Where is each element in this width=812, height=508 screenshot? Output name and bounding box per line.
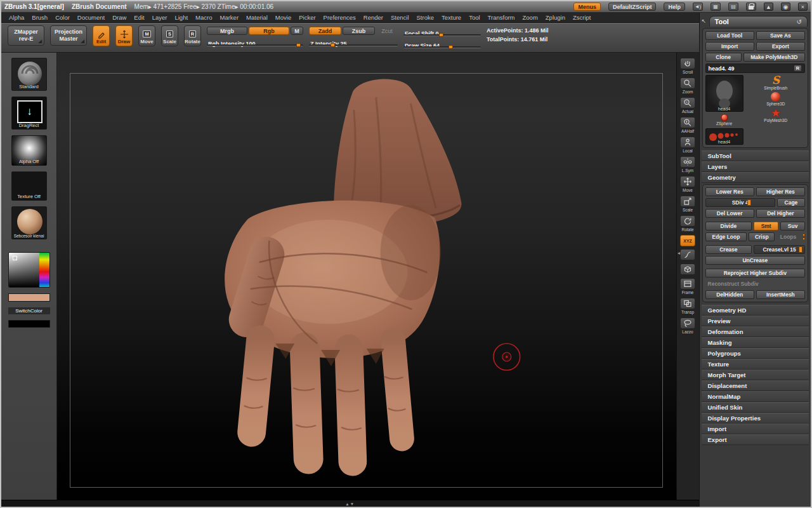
current-tool-namebar[interactable]: head4. 49 R	[705, 64, 805, 73]
section-display-properties[interactable]: Display Properties	[702, 413, 809, 424]
section-masking[interactable]: Masking	[702, 337, 809, 348]
menu-item-brush[interactable]: Brush	[28, 14, 51, 21]
tray-item-transp[interactable]: Transp	[678, 298, 697, 315]
hand-model[interactable]	[57, 53, 676, 500]
slider-knob[interactable]	[799, 246, 802, 253]
color-picker-sv-area[interactable]	[9, 253, 39, 287]
tray-collapse-arrows-icon[interactable]: ▲▼	[345, 502, 355, 506]
color-picker[interactable]	[8, 252, 50, 288]
panel-divider-icon[interactable]: ◄	[677, 251, 681, 255]
slider-knob[interactable]	[449, 45, 453, 49]
canvas[interactable]	[57, 53, 676, 500]
projection-master-button[interactable]: Projection Master ◢	[50, 25, 87, 46]
reproject-higher-subdiv-button[interactable]: Reproject Higher Subdiv	[705, 269, 805, 277]
zsphere-tool[interactable]: ZSphere	[705, 114, 743, 126]
del-lower-button[interactable]: Del Lower	[705, 209, 754, 218]
menu-item-preferences[interactable]: Preferences	[320, 14, 360, 21]
menu-item-render[interactable]: Render	[360, 14, 387, 21]
clone-button[interactable]: Clone	[705, 53, 742, 62]
zsphere-chain-thumbnail[interactable]: head4	[705, 128, 743, 145]
rgb-intensity-slider[interactable]: Rgb Intensity 100	[207, 37, 303, 47]
menu-item-transform[interactable]: Transform	[484, 14, 519, 21]
texture-picker[interactable]: Texture Off	[11, 171, 47, 201]
rotate-button[interactable]: R Rotate	[184, 25, 201, 46]
menu-item-layer[interactable]: Layer	[148, 14, 171, 21]
switch-color-label[interactable]: SwitchColor	[8, 307, 50, 314]
crease-button[interactable]: Crease	[705, 245, 752, 254]
zadd-button[interactable]: Zadd	[309, 27, 341, 35]
tray-item-frame[interactable]: Frame	[678, 278, 697, 295]
slider-knob[interactable]	[331, 43, 335, 47]
section-import[interactable]: Import	[702, 424, 809, 434]
lower-res-button[interactable]: Lower Res	[705, 187, 754, 196]
restore-button[interactable]: ◉	[781, 3, 790, 11]
section-polygroups[interactable]: Polygroups	[702, 348, 809, 359]
tray-item-lsym[interactable]: L.Sym	[678, 156, 697, 173]
section-normalmap[interactable]: NormalMap	[702, 391, 809, 402]
section-subtool[interactable]: SubTool	[702, 150, 809, 161]
menus-button[interactable]: Menus	[573, 3, 601, 11]
menu-item-marker[interactable]: Marker	[216, 14, 242, 21]
close-button[interactable]: ×	[798, 3, 808, 11]
section-geometry[interactable]: Geometry	[702, 172, 809, 183]
divide-button[interactable]: Divide	[705, 222, 752, 231]
stroke-picker[interactable]: ↓ DragRect	[11, 97, 47, 130]
tray-item-actual[interactable]: Actual	[678, 97, 697, 114]
tray-item-aahalf[interactable]: AAHalf	[678, 117, 697, 134]
section-geometry-hd[interactable]: Geometry HD	[702, 305, 809, 316]
polymesh3d-tool[interactable]: PolyMesh3D	[747, 108, 805, 123]
crisp-toggle[interactable]: Crisp	[749, 232, 775, 241]
draw-button[interactable]: Draw	[115, 25, 133, 46]
material-picker[interactable]: Sebcesoir kienai	[11, 206, 47, 239]
sdiv-slider[interactable]: SDiv 4	[705, 198, 775, 207]
slider-knob[interactable]	[747, 199, 751, 206]
move-button[interactable]: M Move	[138, 25, 155, 46]
menu-item-material[interactable]: Material	[242, 14, 272, 21]
speaker-icon[interactable]: ◄)	[693, 3, 703, 11]
section-morph-target[interactable]: Morph Target	[702, 370, 809, 380]
menu-item-zplugin[interactable]: Zplugin	[542, 14, 569, 21]
edit-button[interactable]: Edit	[93, 25, 110, 46]
z-intensity-slider[interactable]: Z Intensity 25	[309, 37, 398, 47]
export-button[interactable]: Export	[756, 42, 805, 51]
tray-item-local[interactable]: Local	[678, 137, 697, 154]
tray-item-rotate[interactable]: Rotate	[678, 215, 697, 232]
tool-palette-header[interactable]: Tool ↺	[709, 16, 808, 27]
tray-item-lazzo[interactable]: Lazzo	[678, 318, 697, 335]
zmapper-button[interactable]: ZMapper rev-E ◢	[8, 25, 44, 46]
make-polymesh3d-button[interactable]: Make PolyMesh3D	[743, 53, 805, 62]
tray-item-cube[interactable]	[678, 264, 697, 276]
tray-item-scroll[interactable]: Scroll	[678, 58, 697, 75]
draw-size-slider[interactable]: Draw Size 64	[403, 39, 481, 49]
section-preview[interactable]: Preview	[702, 316, 809, 326]
zcut-button[interactable]: Zcut	[376, 27, 398, 35]
tray-item-move[interactable]: Move	[678, 176, 697, 193]
tray-item-zoom[interactable]: Zoom	[678, 77, 697, 95]
section-unified-skin[interactable]: Unified Skin	[702, 402, 809, 413]
menu-item-stroke[interactable]: Stroke	[413, 14, 438, 21]
insert-mesh-button[interactable]: InsertMesh	[756, 290, 805, 299]
simplebrush-tool[interactable]: S SimpleBrush	[747, 75, 805, 91]
section-texture[interactable]: Texture	[702, 359, 809, 370]
slider-knob[interactable]	[439, 33, 443, 37]
rgb-button[interactable]: Rgb	[249, 27, 289, 35]
current-color-swatch[interactable]	[8, 293, 50, 302]
mrgb-button[interactable]: Mrgb	[207, 27, 247, 35]
higher-res-button[interactable]: Higher Res	[756, 187, 805, 196]
tray-item-curve[interactable]	[678, 249, 697, 261]
panel-rows-icon[interactable]: ▤	[728, 3, 738, 11]
lock-icon[interactable]	[746, 3, 756, 11]
menu-item-movie[interactable]: Movie	[272, 14, 295, 21]
save-as-button[interactable]: Save As	[756, 31, 805, 40]
mini-slider-dots[interactable]	[802, 234, 805, 240]
menu-item-tool[interactable]: Tool	[465, 14, 483, 21]
section-export[interactable]: Export	[702, 434, 809, 445]
bottom-tray[interactable]: ▲▼	[1, 500, 699, 507]
menu-item-zscript[interactable]: Zscript	[569, 14, 595, 21]
menu-item-texture[interactable]: Texture	[438, 14, 465, 21]
slider-knob[interactable]	[296, 43, 301, 47]
secondary-color-swatch[interactable]	[8, 320, 50, 328]
current-tool-thumbnail[interactable]: head4	[705, 75, 743, 112]
menu-item-macro[interactable]: Macro	[192, 14, 216, 21]
menu-item-light[interactable]: Light	[171, 14, 192, 21]
